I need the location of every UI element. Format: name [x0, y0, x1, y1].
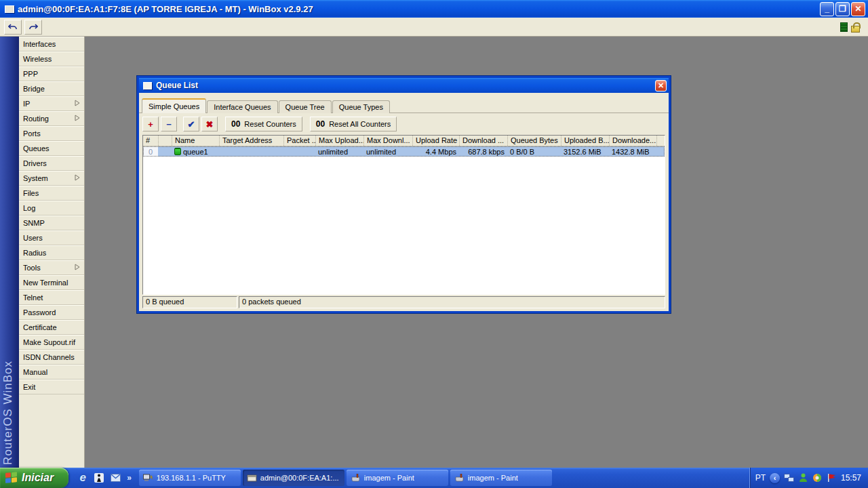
sidebar-item-certificate[interactable]: Certificate — [19, 320, 84, 335]
sidebar-item-interfaces[interactable]: Interfaces — [19, 37, 84, 52]
col-header-download-rate[interactable]: Download ... — [459, 136, 507, 146]
reset-counters-label: Reset Counters — [244, 120, 296, 128]
col-header-num[interactable]: # — [143, 136, 158, 146]
sidebar: RouterOS WinBox Interfaces Wireless PPP … — [0, 37, 85, 468]
tab-queue-types[interactable]: Queue Types — [332, 100, 390, 113]
sidebar-item-radius[interactable]: Radius — [19, 245, 84, 260]
col-header-uploaded-bytes[interactable]: Uploaded B... — [561, 136, 609, 146]
taskbar-button-paint-2[interactable]: imagem - Paint — [450, 470, 552, 486]
undo-button[interactable] — [4, 20, 22, 35]
sidebar-item-wireless[interactable]: Wireless — [19, 52, 84, 66]
sidebar-item-tools[interactable]: Tools — [19, 260, 84, 275]
sidebar-item-label: Password — [23, 308, 56, 317]
col-header-name[interactable]: Name — [172, 136, 219, 146]
desktop: admin@00:0F:EA:A1:F7:8E (AP TORRE IGREJA… — [0, 0, 868, 488]
tab-queue-tree[interactable]: Queue Tree — [279, 100, 332, 113]
queue-window-titlebar[interactable]: Queue List ✕ — [139, 78, 669, 93]
sidebar-item-telnet[interactable]: Telnet — [19, 290, 84, 305]
show-desktop-icon[interactable] — [93, 472, 105, 484]
sidebar-item-snmp[interactable]: SNMP — [19, 216, 84, 230]
sidebar-item-manual[interactable]: Manual — [19, 365, 84, 380]
queue-list-window: Queue List ✕ Simple Queues Interface Que… — [137, 76, 671, 313]
sidebar-item-routing[interactable]: Routing — [19, 111, 84, 126]
queue-icon — [174, 148, 181, 155]
system-tray: PT ‹ 15:57 — [749, 468, 868, 488]
remove-button[interactable]: − — [161, 117, 177, 131]
language-indicator[interactable]: PT — [755, 473, 766, 483]
col-header-upload-rate[interactable]: Upload Rate — [412, 136, 459, 146]
sidebar-item-queues[interactable]: Queues — [19, 141, 84, 156]
cell-download-rate: 687.8 kbps — [459, 146, 507, 157]
sidebar-item-password[interactable]: Password — [19, 305, 84, 320]
table-row[interactable]: 0 queue1 unlimited unlimited 4.4 Mbps 68… — [143, 146, 665, 157]
taskbar-button-winbox[interactable]: admin@00:0F:EA:A1:... — [243, 470, 344, 486]
redo-button[interactable] — [24, 20, 42, 35]
update-tray-icon[interactable] — [812, 473, 823, 483]
clock[interactable]: 15:57 — [841, 473, 861, 483]
quick-launch-overflow-icon[interactable]: » — [125, 473, 133, 483]
sidebar-item-ppp[interactable]: PPP — [19, 66, 84, 81]
queue-window-close-button[interactable]: ✕ — [655, 80, 667, 92]
reset-counters-button[interactable]: 00 Reset Counters — [225, 117, 302, 131]
submenu-arrow-icon — [75, 174, 80, 182]
taskbar-button-label: 193.168.1.1 - PuTTY — [157, 474, 226, 482]
taskbar-button-putty[interactable]: 193.168.1.1 - PuTTY — [139, 470, 241, 486]
sidebar-item-label: Routing — [23, 115, 49, 123]
tab-interface-queues[interactable]: Interface Queues — [207, 100, 277, 113]
col-header-max-download[interactable]: Max Downl... — [363, 136, 412, 146]
col-header-blank[interactable] — [158, 136, 172, 146]
tab-simple-queues[interactable]: Simple Queues — [142, 98, 206, 113]
submenu-arrow-icon — [75, 264, 80, 272]
start-button[interactable]: Iniciar — [0, 468, 68, 488]
undo-icon — [8, 23, 18, 31]
app-titlebar: admin@00:0F:EA:A1:F7:8E (AP TORRE IGREJA… — [0, 0, 868, 18]
add-button[interactable]: + — [142, 117, 159, 131]
sidebar-item-isdn-channels[interactable]: ISDN Channels — [19, 350, 84, 365]
sidebar-item-log[interactable]: Log — [19, 201, 84, 216]
sidebar-item-system[interactable]: System — [19, 171, 84, 186]
putty-icon — [143, 474, 153, 483]
restore-button[interactable]: ❐ — [835, 2, 850, 16]
sidebar-item-label: Make Supout.rif — [23, 338, 75, 346]
sidebar-item-new-terminal[interactable]: New Terminal — [19, 275, 84, 290]
internet-explorer-icon[interactable]: e — [77, 472, 89, 484]
cell-upload-rate: 4.4 Mbps — [412, 146, 459, 157]
sidebar-item-exit[interactable]: Exit — [19, 380, 84, 394]
cell-packet — [283, 146, 315, 157]
reset-all-counters-button[interactable]: 00 Reset All Counters — [310, 117, 397, 131]
col-header-target-address[interactable]: Target Address — [219, 136, 283, 146]
sidebar-item-users[interactable]: Users — [19, 230, 84, 245]
sidebar-item-drivers[interactable]: Drivers — [19, 156, 84, 171]
col-header-filler — [656, 136, 665, 146]
network-tray-icon[interactable] — [784, 473, 794, 483]
sidebar-item-label: Certificate — [23, 323, 57, 331]
taskbar-button-paint-1[interactable]: imagem - Paint — [347, 470, 448, 486]
taskbar-button-label: imagem - Paint — [364, 474, 414, 482]
cell-blank — [158, 146, 172, 157]
sidebar-item-ip[interactable]: IP — [19, 96, 84, 111]
hide-icons-chevron[interactable]: ‹ — [770, 473, 780, 483]
sidebar-item-label: Log — [23, 204, 35, 212]
close-button[interactable]: ✕ — [851, 2, 865, 16]
enable-button[interactable]: ✔ — [183, 117, 199, 131]
sidebar-item-label: ISDN Channels — [23, 353, 75, 361]
disable-button[interactable]: ✖ — [201, 117, 218, 131]
flag-tray-icon[interactable] — [827, 473, 837, 483]
col-header-queued-bytes[interactable]: Queued Bytes — [507, 136, 561, 146]
sidebar-item-files[interactable]: Files — [19, 186, 84, 201]
sidebar-item-ports[interactable]: Ports — [19, 126, 84, 141]
messenger-tray-icon[interactable] — [798, 473, 808, 483]
sidebar-item-label: Ports — [23, 129, 41, 138]
outlook-express-icon[interactable] — [109, 472, 121, 484]
minimize-button[interactable]: _ — [820, 2, 834, 16]
queue-statusbar: 0 B queued 0 packets queued — [142, 296, 665, 308]
col-header-downloaded-bytes[interactable]: Downloade... — [609, 136, 656, 146]
sidebar-item-label: PPP — [23, 70, 38, 78]
sidebar-item-label: Users — [23, 234, 43, 242]
queue-tabs: Simple Queues Interface Queues Queue Tre… — [139, 93, 669, 113]
queue-window-title: Queue List — [156, 81, 198, 90]
col-header-packet[interactable]: Packet ... — [283, 136, 315, 146]
sidebar-item-bridge[interactable]: Bridge — [19, 81, 84, 96]
sidebar-item-make-supout[interactable]: Make Supout.rif — [19, 335, 84, 350]
col-header-max-upload[interactable]: Max Upload... — [315, 136, 363, 146]
